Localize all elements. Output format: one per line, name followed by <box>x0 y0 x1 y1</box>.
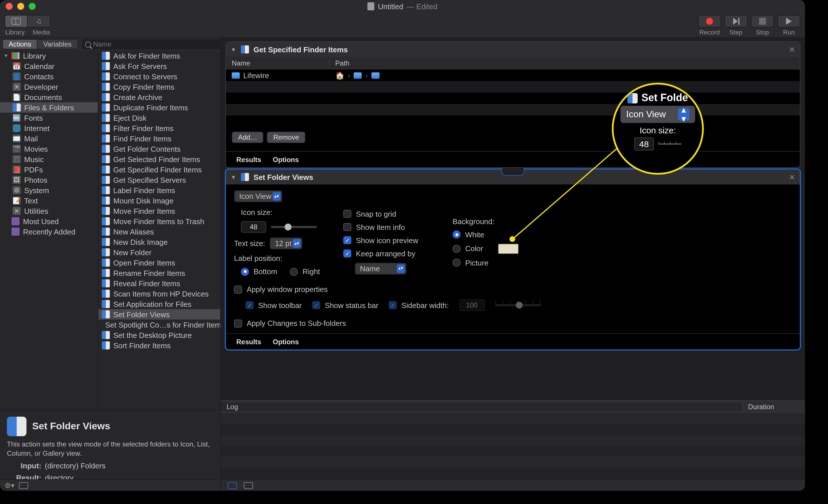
run-button[interactable] <box>777 15 800 27</box>
column-name[interactable]: Name <box>226 59 329 67</box>
library-category[interactable]: ✕Utilities <box>0 206 98 216</box>
library-action[interactable]: Create Archive <box>98 92 220 102</box>
library-action[interactable]: Rename Finder Items <box>98 268 220 278</box>
library-action[interactable]: Copy Finder Items <box>98 82 220 92</box>
library-category[interactable]: 👤Contacts <box>0 71 98 82</box>
action-set-folder-views[interactable]: ▼ Set Folder Views ✕ Icon View▴▾ <box>225 169 800 350</box>
library-action[interactable]: Ask for Finder Items <box>98 51 220 61</box>
library-category[interactable]: ✕Developer <box>0 82 98 92</box>
library-action[interactable]: Find Finder Items <box>98 133 220 144</box>
library-category[interactable]: 📄Documents <box>0 92 98 102</box>
view-mode-select[interactable]: Icon View▴▾ <box>234 190 282 202</box>
duration-column[interactable]: Duration <box>742 403 805 411</box>
icon-size-field[interactable]: 48 <box>241 221 266 233</box>
library-action[interactable]: Sort Finder Items <box>98 340 220 351</box>
disclosure-triangle-icon[interactable]: ▼ <box>231 46 236 53</box>
bg-white-radio[interactable] <box>453 230 461 238</box>
library-action[interactable]: Move Finder Items to Trash <box>98 216 220 226</box>
step-button[interactable] <box>724 15 747 27</box>
library-action[interactable]: Scan Items from HP Devices <box>98 288 220 299</box>
library-category[interactable]: 🎵Music <box>0 154 98 164</box>
options-tab[interactable]: Options <box>273 155 299 164</box>
record-button[interactable] <box>698 15 721 27</box>
column-path[interactable]: Path <box>329 59 800 67</box>
library-category[interactable]: 🎬Movies <box>0 144 98 154</box>
library-category[interactable]: 🔤Fonts <box>0 112 98 123</box>
arrange-by-select[interactable]: Name▴▾ <box>355 262 407 274</box>
library-action[interactable]: Connect to Servers <box>98 71 220 82</box>
minimize-window-button[interactable] <box>17 3 24 10</box>
library-category[interactable]: 📅Calendar <box>0 61 98 71</box>
table-row[interactable] <box>226 81 800 93</box>
library-action[interactable]: Set Folder Views <box>98 309 220 320</box>
flow-view-icon[interactable] <box>228 482 237 489</box>
library-category[interactable]: ⚙System <box>0 185 98 195</box>
library-smart-folder[interactable]: Most Used <box>0 216 98 226</box>
remove-button[interactable]: Remove <box>267 132 305 143</box>
library-smart-folder[interactable]: Recently Added <box>0 226 98 237</box>
library-action[interactable]: Get Selected Finder Items <box>98 154 220 164</box>
snap-to-grid-checkbox[interactable] <box>343 210 351 218</box>
library-action[interactable]: Label Finder Items <box>98 185 220 195</box>
library-category[interactable]: Files & Folders <box>0 102 98 112</box>
library-action[interactable]: Reveal Finder Items <box>98 278 220 288</box>
text-size-select[interactable]: 12 pt▴▾ <box>270 237 302 249</box>
search-field[interactable] <box>81 39 220 49</box>
library-action[interactable]: Get Specified Finder Items <box>98 164 220 175</box>
close-action-button[interactable]: ✕ <box>789 173 795 182</box>
list-view-icon[interactable] <box>244 482 253 489</box>
library-action[interactable]: New Aliases <box>98 226 220 237</box>
library-action[interactable]: Set Application for Files <box>98 299 220 309</box>
library-action[interactable]: Move Finder Items <box>98 206 220 216</box>
bg-picture-radio[interactable] <box>453 259 461 267</box>
tab-variables[interactable]: Variables <box>38 39 78 49</box>
library-action[interactable]: Mount Disk Image <box>98 195 220 206</box>
library-action[interactable]: Eject Disk <box>98 112 220 123</box>
results-tab[interactable]: Results <box>236 338 261 346</box>
label-bottom-radio[interactable] <box>241 268 249 276</box>
tab-actions[interactable]: Actions <box>2 39 38 49</box>
library-action[interactable]: Duplicate Finder Items <box>98 102 220 112</box>
library-action[interactable]: New Folder <box>98 247 220 258</box>
library-action[interactable]: Set the Desktop Picture <box>98 330 220 340</box>
stop-button[interactable] <box>751 15 774 27</box>
media-toggle-button[interactable]: ♫ <box>28 15 51 27</box>
library-action[interactable]: Set Spotlight Co…s for Finder Items <box>98 320 220 330</box>
apply-subfolders-checkbox[interactable] <box>234 319 242 327</box>
library-category[interactable]: ✉️Mail <box>0 133 98 144</box>
search-input[interactable] <box>93 40 217 48</box>
library-action[interactable]: Get Folder Contents <box>98 144 220 154</box>
library-action[interactable]: New Disk Image <box>98 237 220 247</box>
bg-color-radio[interactable] <box>453 244 461 253</box>
library-action[interactable]: Get Specified Servers <box>98 175 220 185</box>
library-action[interactable]: Open Finder Items <box>98 258 220 268</box>
add-button[interactable]: Add… <box>232 132 264 143</box>
library-category[interactable]: 🖼Photos <box>0 175 98 185</box>
library-category[interactable]: 📝Text <box>0 195 98 206</box>
close-action-button[interactable]: ✕ <box>789 45 795 54</box>
view-toggle-icon[interactable] <box>19 482 28 489</box>
close-window-button[interactable] <box>6 3 13 10</box>
library-category[interactable]: 📕PDFs <box>0 164 98 175</box>
library-action[interactable]: Ask For Servers <box>98 61 220 71</box>
color-swatch[interactable] <box>498 243 519 254</box>
show-icon-preview-checkbox[interactable]: ✓ <box>343 236 351 244</box>
keep-arranged-checkbox[interactable]: ✓ <box>343 249 351 258</box>
apply-window-properties-checkbox[interactable] <box>234 285 242 293</box>
results-tab[interactable]: Results <box>236 155 261 164</box>
library-toggle-button[interactable] <box>5 15 28 27</box>
disclosure-triangle-icon[interactable]: ▼ <box>231 174 236 180</box>
action-get-specified-finder-items[interactable]: ▼ Get Specified Finder Items ✕ Name Path… <box>225 41 800 168</box>
options-tab[interactable]: Options <box>273 338 299 346</box>
table-row[interactable] <box>226 116 800 127</box>
gear-icon[interactable]: ⚙︎▾ <box>5 481 14 489</box>
library-root[interactable]: ▼Library <box>0 51 98 61</box>
label-right-radio[interactable] <box>290 268 298 276</box>
show-item-info-checkbox[interactable] <box>343 223 351 231</box>
library-action[interactable]: Filter Finder Items <box>98 123 220 133</box>
zoom-window-button[interactable] <box>29 3 36 10</box>
table-row[interactable]: Lifewire 🏠›› <box>226 70 800 81</box>
library-category[interactable]: 🌐Internet <box>0 123 98 133</box>
table-row[interactable] <box>226 104 800 116</box>
icon-size-slider[interactable] <box>271 226 317 228</box>
